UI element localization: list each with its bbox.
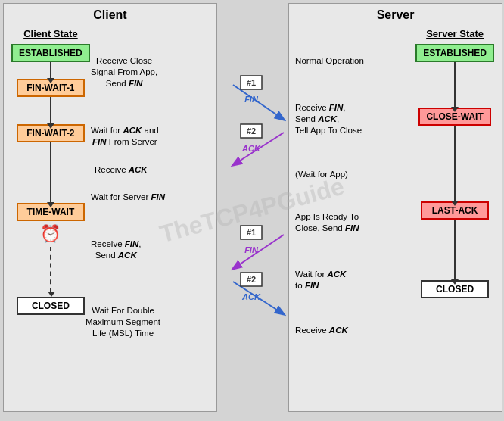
client-state-label: Client State: [23, 28, 78, 39]
server-title: Server: [289, 4, 502, 25]
client-annotation-wait-msl: Wait For DoubleMaximum SegmentLife (MSL)…: [86, 305, 160, 339]
client-title: Client: [4, 4, 216, 25]
client-annotation-wait-ack: Wait for ACK andFIN From Server: [91, 125, 159, 148]
middle-gap: [225, 3, 281, 418]
client-annotation-wait-fin: Wait for Server FIN: [91, 192, 165, 203]
server-section: Server Normal Operation Receive FIN,Send…: [288, 3, 502, 412]
server-annotation-wait-app: (Wait for App): [295, 169, 348, 180]
server-annotation-normal: Normal Operation: [295, 55, 364, 67]
clock-icon: ⏰: [40, 224, 61, 244]
server-annotation-receive-fin: Receive FIN,Send ACK,Tell App To Close: [295, 102, 362, 136]
server-annotation-receive-ack: Receive ACK: [295, 325, 348, 336]
server-annotation-wait-ack: Wait for ACKto FIN: [295, 269, 346, 292]
client-annotation-receive-fin: Receive FIN,Send ACK: [91, 239, 141, 261]
client-established-box: ESTABLISHED: [11, 44, 90, 62]
server-annotation-app-ready: App Is Ready ToClose, Send FIN: [295, 211, 359, 234]
client-section: Client Client State ESTABLISHED FIN-WAIT…: [3, 3, 217, 412]
server-state-label: Server State: [426, 28, 484, 39]
client-annotation-receive-close: Receive CloseSignal From App,Send FIN: [91, 55, 157, 89]
client-closed-box: CLOSED: [17, 297, 85, 315]
server-established-box: ESTABLISHED: [415, 44, 494, 62]
main-container: Client Client State ESTABLISHED FIN-WAIT…: [3, 3, 502, 418]
client-annotation-receive-ack: Receive ACK: [95, 164, 148, 176]
